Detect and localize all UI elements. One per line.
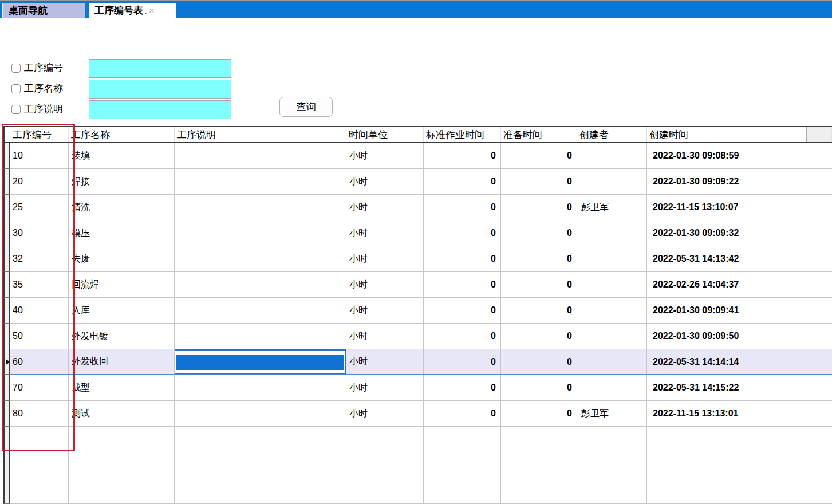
- cell-process-name[interactable]: 焊接: [69, 169, 175, 194]
- cell-process-desc[interactable]: [175, 298, 346, 323]
- cell-process-name[interactable]: 外发收回: [69, 349, 175, 374]
- cell-process-code[interactable]: 70: [10, 375, 69, 400]
- cell-created-time[interactable]: [647, 452, 806, 478]
- cell-process-code[interactable]: [10, 478, 69, 503]
- cell-time-unit[interactable]: 小时: [346, 143, 424, 168]
- cell-standard-work-time[interactable]: 0: [424, 324, 501, 349]
- cell-process-name[interactable]: [69, 478, 175, 503]
- tab-desktop-navigation[interactable]: 桌面导航: [2, 3, 85, 18]
- cell-time-unit[interactable]: 小时: [346, 272, 424, 297]
- cell-prep-time[interactable]: 0: [501, 143, 577, 168]
- row-selector-cell[interactable]: [3, 452, 10, 478]
- cell-process-code[interactable]: [10, 452, 69, 478]
- cell-prep-time[interactable]: [501, 452, 577, 478]
- cell-process-name[interactable]: 装填: [69, 143, 175, 168]
- cell-prep-time[interactable]: 0: [501, 246, 577, 271]
- cell-process-name[interactable]: 去废: [69, 246, 175, 271]
- header-standard-work-time[interactable]: 标准作业时间: [424, 127, 501, 142]
- cell-creator[interactable]: [577, 375, 647, 400]
- cell-process-name[interactable]: 清洗: [69, 195, 175, 220]
- cell-prep-time[interactable]: 0: [501, 272, 577, 297]
- cell-created-time[interactable]: 2022-01-30 09:08:59: [647, 143, 806, 168]
- cell-standard-work-time[interactable]: [424, 478, 501, 503]
- cell-process-desc[interactable]: [175, 375, 346, 400]
- cell-created-time[interactable]: 2022-02-26 14:04:37: [647, 272, 806, 297]
- cell-process-desc[interactable]: [175, 349, 346, 374]
- row-selector-cell[interactable]: [3, 220, 10, 246]
- cell-time-unit[interactable]: 小时: [346, 195, 424, 220]
- cell-process-name[interactable]: 成型: [69, 375, 175, 400]
- cell-time-unit[interactable]: [346, 452, 424, 478]
- cell-process-code[interactable]: 25: [10, 195, 69, 220]
- cell-creator[interactable]: [577, 324, 647, 349]
- cell-time-unit[interactable]: [346, 427, 424, 452]
- cell-process-code[interactable]: 30: [10, 220, 69, 246]
- cell-process-desc[interactable]: [175, 272, 346, 297]
- cell-created-time[interactable]: 2022-01-30 09:09:22: [647, 169, 806, 194]
- cell-time-unit[interactable]: 小时: [346, 401, 424, 426]
- cell-prep-time[interactable]: 0: [501, 298, 577, 323]
- row-selector-cell[interactable]: [3, 478, 10, 504]
- cell-process-code[interactable]: 40: [10, 298, 69, 323]
- cell-prep-time[interactable]: 0: [501, 195, 577, 220]
- cell-created-time[interactable]: [647, 478, 806, 503]
- cell-process-name[interactable]: [69, 427, 175, 452]
- table-row[interactable]: 32 去废 小时 0 0 2022-05-31 14:13:42: [3, 246, 832, 272]
- cell-time-unit[interactable]: 小时: [346, 246, 424, 271]
- row-selector-cell[interactable]: [3, 246, 10, 272]
- cell-creator[interactable]: [577, 349, 647, 374]
- cell-standard-work-time[interactable]: 0: [424, 169, 501, 194]
- cell-prep-time[interactable]: 0: [501, 401, 577, 426]
- table-row[interactable]: 70 成型 小时 0 0 2022-05-31 14:15:22: [3, 375, 832, 401]
- cell-process-desc[interactable]: [175, 195, 346, 220]
- table-row-empty[interactable]: [3, 427, 832, 452]
- process-desc-input[interactable]: [89, 100, 231, 119]
- cell-process-name[interactable]: 入库: [69, 298, 175, 323]
- table-row[interactable]: 50 外发电镀 小时 0 0 2022-01-30 09:09:50: [3, 324, 832, 349]
- cell-process-name[interactable]: 模压: [69, 220, 175, 246]
- cell-created-time[interactable]: 2022-11-15 13:10:07: [647, 195, 806, 220]
- cell-process-name[interactable]: 测试: [69, 401, 175, 426]
- cell-created-time[interactable]: 2022-01-30 09:09:41: [647, 298, 806, 323]
- row-selector-cell[interactable]: [3, 349, 10, 375]
- cell-created-time[interactable]: 2022-05-31 14:15:22: [647, 375, 806, 400]
- table-row-empty[interactable]: [3, 452, 832, 478]
- tab-process-code-table[interactable]: 工序编号表 . ×: [89, 3, 176, 18]
- cell-process-code[interactable]: 80: [10, 401, 69, 426]
- cell-process-desc[interactable]: [175, 478, 346, 503]
- cell-process-code[interactable]: 32: [10, 246, 69, 271]
- cell-created-time[interactable]: 2022-01-30 09:09:32: [647, 220, 806, 246]
- row-selector-cell[interactable]: [3, 401, 10, 427]
- cell-prep-time[interactable]: [501, 478, 577, 503]
- table-row[interactable]: 80 测试 小时 0 0 彭卫军 2022-11-15 13:13:01: [3, 401, 832, 427]
- process-code-checkbox[interactable]: [11, 64, 21, 73]
- row-selector-cell[interactable]: [3, 272, 10, 298]
- process-code-input[interactable]: [89, 59, 231, 78]
- cell-standard-work-time[interactable]: 0: [424, 195, 501, 220]
- table-row-empty[interactable]: [3, 478, 832, 504]
- cell-process-desc[interactable]: [175, 143, 346, 168]
- cell-prep-time[interactable]: [501, 427, 577, 452]
- tab-close-icon[interactable]: ×: [149, 5, 155, 17]
- cell-created-time[interactable]: [647, 427, 806, 452]
- cell-standard-work-time[interactable]: 0: [424, 246, 501, 271]
- cell-standard-work-time[interactable]: 0: [424, 220, 501, 246]
- cell-time-unit[interactable]: 小时: [346, 349, 424, 374]
- cell-prep-time[interactable]: 0: [501, 220, 577, 246]
- row-selector-cell[interactable]: [3, 298, 10, 324]
- cell-time-unit[interactable]: 小时: [346, 220, 424, 246]
- cell-creator[interactable]: [577, 169, 647, 194]
- cell-creator[interactable]: [577, 452, 647, 478]
- cell-creator[interactable]: [577, 298, 647, 323]
- table-row[interactable]: 10 装填 小时 0 0 2022-01-30 09:08:59: [3, 143, 832, 169]
- process-desc-checkbox[interactable]: [11, 105, 21, 114]
- table-row[interactable]: 30 模压 小时 0 0 2022-01-30 09:09:32: [3, 220, 832, 246]
- row-selector-cell[interactable]: [3, 143, 10, 169]
- cell-creator[interactable]: 彭卫军: [577, 401, 647, 426]
- cell-prep-time[interactable]: 0: [501, 169, 577, 194]
- header-created-time[interactable]: 创建时间: [647, 127, 806, 142]
- cell-standard-work-time[interactable]: 0: [424, 375, 501, 400]
- cell-process-code[interactable]: 50: [10, 324, 69, 349]
- cell-process-code[interactable]: 20: [10, 169, 69, 194]
- cell-process-desc[interactable]: [175, 401, 346, 426]
